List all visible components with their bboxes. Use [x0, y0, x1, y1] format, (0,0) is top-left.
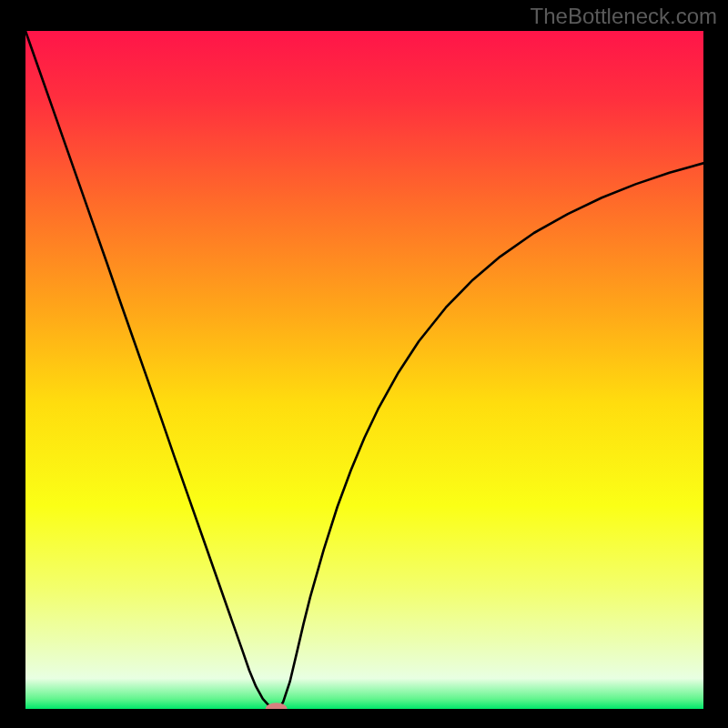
watermark-text: TheBottleneck.com: [531, 4, 717, 29]
chart-background: [25, 31, 703, 709]
bottleneck-chart: [25, 31, 703, 709]
chart-frame: TheBottleneck.com: [0, 0, 728, 728]
